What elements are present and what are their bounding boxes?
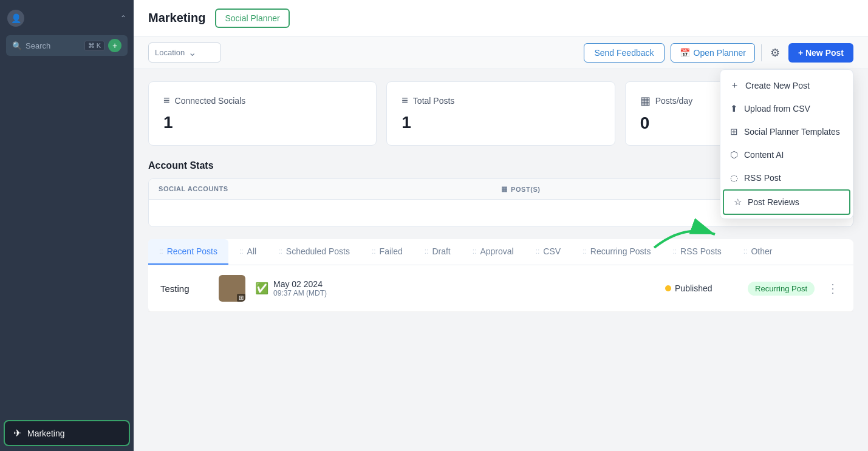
dropdown-label: Post Reviews [748,197,799,207]
total-posts-label: Total Posts [413,96,454,106]
drag-icon: :: [372,247,376,256]
sidebar-item-label: Marketing [27,429,64,438]
sidebar-user[interactable]: 👤 ⌃ [0,5,134,32]
dropdown-label: Social Planner Templates [744,127,840,137]
toolbar-right: Send Feedback 📅 Open Planner ⚙ + New Pos… [584,43,853,63]
posts-per-day-icon: ▦ [640,94,651,107]
marketing-icon: ✈ [13,427,21,439]
dropdown-item-content-ai[interactable]: ⬡ Content AI [720,143,853,166]
new-post-dropdown: ＋ Create New Post ⬆ Upload from CSV ⊞ So… [720,69,853,219]
post-tabs: :: Recent Posts :: All :: Scheduled Post… [148,239,853,265]
toolbar-divider [761,44,762,61]
stat-card-connected-socials: ≡ Connected Socials 1 [148,81,377,146]
post-thumb-badge: ⊞ [237,294,245,302]
tab-social-planner[interactable]: Social Planner [215,8,289,28]
post-date: May 02 2024 [273,279,327,289]
main-content: Marketing Social Planner Location ⌄ Send… [134,0,868,451]
open-planner-button[interactable]: 📅 Open Planner [671,43,755,63]
drag-icon: :: [743,247,748,256]
table-row: Testing ⊞ ✅ May 02 2024 09:37 AM (MDT) P… [148,265,853,312]
connected-socials-label: Connected Socials [175,96,246,106]
search-label: Search [26,41,50,50]
search-kbd: ⌘ K [84,41,104,51]
drag-icon: :: [583,247,587,256]
stat-card-total-posts: ≡ Total Posts 1 [386,81,615,146]
chevron-down-icon: ⌄ [188,47,196,58]
posts-col-icon: ▦ [501,185,508,193]
tab-approval[interactable]: :: Approval [462,239,525,265]
tab-recent-posts[interactable]: :: Recent Posts [148,239,228,265]
header: Marketing Social Planner [134,0,868,36]
dropdown-item-rss-post[interactable]: ◌ RSS Post [720,166,853,189]
sidebar-search[interactable]: 🔍 Search ⌘ K + [6,35,128,56]
drag-icon: :: [239,247,244,256]
total-posts-icon: ≡ [402,94,408,107]
drag-icon: :: [278,247,282,256]
tab-draft[interactable]: :: Draft [414,239,462,265]
posts-section: :: Recent Posts :: All :: Scheduled Post… [148,239,853,312]
upload-icon: ⬆ [730,103,738,114]
calendar-icon: 📅 [680,48,690,58]
new-post-button[interactable]: + New Post [788,43,853,63]
grid-icon: ⊞ [730,126,738,137]
gear-icon: ⚙ [770,47,780,59]
dropdown-label: Create New Post [745,81,810,90]
tab-recurring-posts[interactable]: :: Recurring Posts [572,239,661,265]
rss-icon: ◌ [730,172,738,183]
dropdown-item-upload-csv[interactable]: ⬆ Upload from CSV [720,97,853,120]
location-selector[interactable]: Location ⌄ [148,42,221,63]
page-title: Marketing [148,11,205,25]
drag-icon: :: [536,247,540,256]
settings-button[interactable]: ⚙ [768,44,782,62]
send-feedback-button[interactable]: Send Feedback [584,43,664,63]
dropdown-label: Content AI [744,150,784,160]
plus-icon: ＋ [730,80,739,91]
dropdown-label: RSS Post [744,173,781,183]
drag-icon: :: [425,247,429,256]
tab-rss-posts[interactable]: :: RSS Posts [661,239,732,265]
status-dot-icon [665,285,671,291]
check-circle-icon: ✅ [255,282,268,295]
connected-socials-value: 1 [163,113,361,132]
posts-list: Testing ⊞ ✅ May 02 2024 09:37 AM (MDT) P… [148,265,853,312]
search-icon: 🔍 [12,41,22,50]
recurring-badge: Recurring Post [748,282,815,296]
location-text: Location [155,48,185,57]
sidebar-add-button[interactable]: + [108,39,121,52]
user-icon: 👤 [11,13,21,23]
dropdown-item-post-reviews[interactable]: ☆ Post Reviews [723,189,850,215]
ai-icon: ⬡ [730,149,738,160]
post-menu-button[interactable]: ⋮ [824,279,841,298]
chevron-icon: ⌃ [120,14,126,22]
drag-icon: :: [473,247,477,256]
toolbar: Location ⌄ Send Feedback 📅 Open Planner … [134,36,868,69]
tab-scheduled-posts[interactable]: :: Scheduled Posts [267,239,361,265]
post-date-wrap: ✅ May 02 2024 09:37 AM (MDT) [255,279,655,297]
avatar: 👤 [7,10,24,27]
drag-icon: :: [159,247,163,256]
tab-other[interactable]: :: Other [733,239,784,265]
sidebar-item-marketing[interactable]: ✈ Marketing [5,421,129,445]
dropdown-item-create-new-post[interactable]: ＋ Create New Post [720,73,853,97]
tab-failed[interactable]: :: Failed [361,239,414,265]
sidebar: 👤 ⌃ 🔍 Search ⌘ K + ✈ Marketing [0,0,134,451]
post-thumbnail: ⊞ [219,275,245,302]
col-social-accounts: SOCIAL ACCOUNTS [159,185,501,193]
tab-all[interactable]: :: All [228,239,267,265]
posts-per-day-label: Posts/day [655,96,692,106]
post-status: Published [665,283,738,293]
dropdown-label: Upload from CSV [744,104,810,114]
account-cell [159,208,501,218]
total-posts-value: 1 [402,113,600,132]
post-time: 09:37 AM (MDT) [273,289,327,297]
toolbar-left: Location ⌄ [148,42,221,63]
dropdown-item-social-planner-templates[interactable]: ⊞ Social Planner Templates [720,120,853,143]
post-title: Testing [160,283,209,294]
tab-csv[interactable]: :: CSV [525,239,572,265]
connected-socials-icon: ≡ [163,94,170,107]
star-icon: ☆ [734,197,742,208]
drag-icon: :: [672,247,677,256]
